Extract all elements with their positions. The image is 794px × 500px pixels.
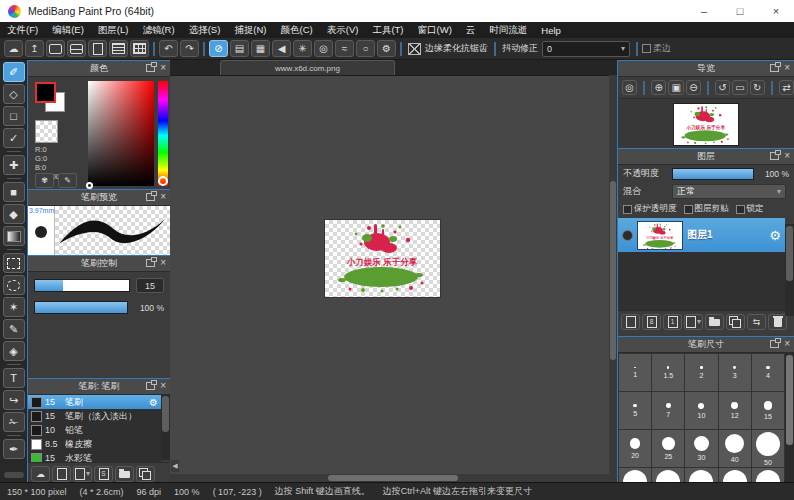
brush-size-40[interactable]: 40 [719,430,751,467]
brush-settings-icon[interactable]: ⚙ [149,397,158,408]
menu-item-云[interactable]: 云 [459,24,483,37]
popout-icon[interactable] [770,64,779,72]
menu-item-窗口(W)[interactable]: 窗口(W) [411,24,459,37]
magic-wand-tool[interactable]: ✶ [3,297,25,317]
cloud-button[interactable]: ☁ [4,40,23,57]
close-icon[interactable]: × [160,193,166,201]
popout-icon[interactable] [146,382,155,390]
brush-size-2[interactable]: 2 [685,354,717,391]
select-eraser-tool[interactable]: ◈ [3,341,25,361]
add-1bit-layer-button[interactable]: 1 [663,314,682,330]
fit-window-button[interactable]: ▣ [668,80,683,95]
menu-item-表示(V)[interactable]: 表示(V) [320,24,366,37]
close-icon[interactable]: × [784,64,790,72]
script-brush-button[interactable]: S [94,466,113,482]
menu-item-滤镜(R)[interactable]: 滤镜(R) [135,24,181,37]
menu-item-Help[interactable]: Help [534,25,568,36]
soft-edge-checkbox[interactable] [642,44,651,53]
brush-size-25[interactable]: 25 [652,430,684,467]
rotate-cw-button[interactable]: ↻ [750,80,765,95]
fill-tool[interactable]: ■ [3,182,25,202]
shape-brush-tool[interactable]: □ [3,106,25,126]
snap-concentric-button[interactable]: ◎ [314,40,333,57]
duplicate-layer-button[interactable] [726,314,745,330]
menu-item-工具(T)[interactable]: 工具(T) [365,24,410,37]
brush-list-scrollbar[interactable] [161,394,170,460]
menu-item-时间流逝[interactable]: 时间流逝 [482,24,534,37]
select-pen-tool[interactable]: ✎ [3,319,25,339]
publish-button[interactable]: ↥ [25,40,44,57]
brush-item[interactable]: 8.5橡皮擦 [28,437,161,451]
antialias-icon[interactable] [408,43,421,55]
brush-size-value[interactable]: 15 [136,278,164,293]
brush-folder-button[interactable] [115,466,134,482]
close-icon[interactable]: × [784,340,790,348]
sv-cursor[interactable] [86,182,93,189]
layer-blend-select[interactable]: 正常 ▾ [672,184,786,199]
cloud-brush-button[interactable]: ☁ [31,466,50,482]
gradient-tool[interactable] [3,226,25,246]
snap-curve-button[interactable]: ≈ [335,40,354,57]
close-icon[interactable]: × [160,259,166,267]
menu-item-选择(S)[interactable]: 选择(S) [182,24,228,37]
bucket-tool[interactable]: ◆ [3,204,25,224]
brush-item[interactable]: 10铅笔 [28,423,161,437]
brush-size-20[interactable]: 20 [619,430,651,467]
add-brush-menu-button[interactable]: ▾ [73,466,92,482]
brush-item[interactable]: 15笔刷⚙ [28,395,161,409]
popout-icon[interactable] [770,340,779,348]
canvas-image[interactable] [325,220,440,297]
scrollbar-thumb[interactable] [610,181,616,360]
text-tool[interactable]: T [3,368,25,388]
snap-parallel-button[interactable]: ▤ [230,40,249,57]
menu-item-图层(L)[interactable]: 图层(L) [91,24,136,37]
snap-ellipse-button[interactable]: ○ [356,40,375,57]
collapse-left-panel-icon[interactable]: ◀ [171,460,179,472]
brush-size-15[interactable]: 15 [752,392,784,429]
layer-settings-icon[interactable]: ⚙ [769,228,781,243]
brush-size-1[interactable]: 1 [619,354,651,391]
brush-size-50[interactable]: 50 [752,430,784,467]
redo-button[interactable]: ↷ [180,40,199,57]
canvas-horizontal-scrollbar[interactable] [170,474,609,482]
close-icon[interactable]: × [160,382,166,390]
new-canvas-button[interactable] [88,40,107,57]
brush-size-4[interactable]: 4 [752,354,784,391]
menu-item-颜色(C)[interactable]: 颜色(C) [274,24,320,37]
snap-radial-button[interactable]: ✳ [293,40,312,57]
duplicate-brush-button[interactable] [136,466,155,482]
brush-size-12[interactable]: 12 [719,392,751,429]
add-layer-button[interactable] [621,314,640,330]
brush-size-90[interactable]: 90 [719,468,751,483]
brush-size-30[interactable]: 30 [685,430,717,467]
move-tool[interactable]: ✚ [3,155,25,175]
rotate-ccw-button[interactable]: ↺ [715,80,730,95]
rotate-reset-button[interactable]: ▭ [732,80,747,95]
snap-off-button[interactable]: ⊘ [209,40,228,57]
canvas-tab[interactable]: www.x6d.com.png [220,60,395,75]
menu-item-文件(F)[interactable]: 文件(F) [0,24,45,37]
brush-size-10[interactable]: 10 [685,392,717,429]
add-layer-menu-button[interactable]: ▾ [684,314,703,330]
hue-cursor[interactable] [158,176,168,186]
snap-vanishing-button[interactable]: ◀ [272,40,291,57]
menu-item-编辑(E)[interactable]: 编辑(E) [45,24,91,37]
close-button[interactable]: × [758,0,794,22]
zoom-in-button[interactable]: ⊕ [651,80,666,95]
layer-row[interactable]: 图层1 ⚙ [618,218,785,252]
brush-size-slider[interactable] [34,279,130,292]
layer-option-图层剪贴[interactable]: 图层剪贴 [684,203,729,215]
transparent-color-swatch[interactable] [35,120,58,143]
popout-icon[interactable] [146,64,155,72]
brush-size-3[interactable]: 3 [719,354,751,391]
undo-button[interactable]: ↶ [159,40,178,57]
jitter-select[interactable]: 0 ▾ [542,41,630,57]
canvas-vertical-scrollbar[interactable] [609,75,617,482]
brush-item[interactable]: 15水彩笔 [28,451,161,462]
snap-grid-button[interactable]: ▦ [251,40,270,57]
add-brush-button[interactable] [52,466,71,482]
operation-tool[interactable]: ↪ [3,390,25,410]
zoom-out-button[interactable]: ⊖ [686,80,701,95]
layer-visibility-icon[interactable] [622,230,633,241]
add-8bit-layer-button[interactable]: 8 [642,314,661,330]
